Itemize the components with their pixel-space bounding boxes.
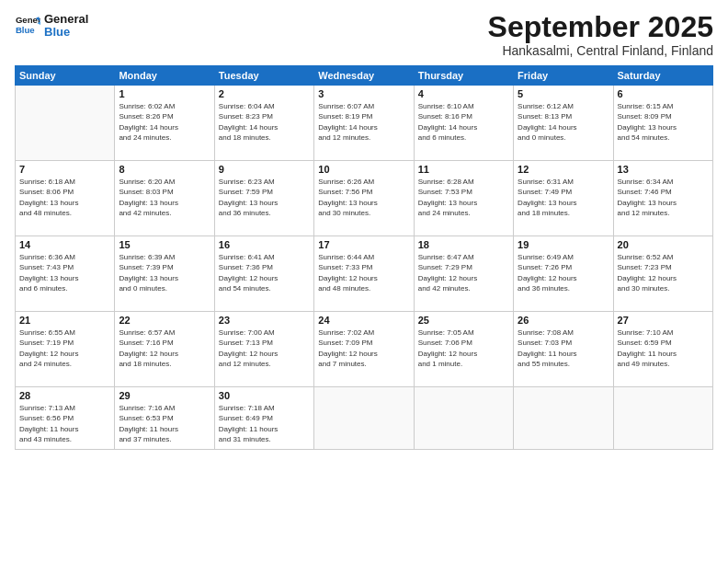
day-info: Sunrise: 6:26 AM Sunset: 7:56 PM Dayligh… (318, 177, 409, 218)
table-row: 10Sunrise: 6:26 AM Sunset: 7:56 PM Dayli… (314, 161, 414, 236)
day-info: Sunrise: 6:49 AM Sunset: 7:26 PM Dayligh… (518, 252, 609, 293)
logo-text-general: General (44, 13, 88, 26)
day-info: Sunrise: 7:13 AM Sunset: 6:56 PM Dayligh… (19, 403, 110, 444)
col-sunday: Sunday (16, 66, 115, 86)
col-friday: Friday (514, 66, 613, 86)
table-row: 24Sunrise: 7:02 AM Sunset: 7:09 PM Dayli… (314, 312, 414, 387)
day-number: 5 (518, 88, 609, 99)
day-number: 18 (418, 239, 509, 250)
day-info: Sunrise: 6:18 AM Sunset: 8:06 PM Dayligh… (19, 177, 110, 218)
day-info: Sunrise: 6:55 AM Sunset: 7:19 PM Dayligh… (19, 327, 110, 369)
table-row: 13Sunrise: 6:34 AM Sunset: 7:46 PM Dayli… (613, 161, 712, 236)
day-number: 4 (418, 88, 509, 99)
table-row: 11Sunrise: 6:28 AM Sunset: 7:53 PM Dayli… (414, 161, 513, 236)
day-number: 13 (618, 164, 709, 175)
day-number: 24 (318, 315, 409, 326)
table-row: 22Sunrise: 6:57 AM Sunset: 7:16 PM Dayli… (115, 312, 214, 387)
day-number: 10 (318, 164, 409, 175)
day-info: Sunrise: 6:47 AM Sunset: 7:29 PM Dayligh… (418, 252, 509, 293)
table-row: 8Sunrise: 6:20 AM Sunset: 8:03 PM Daylig… (115, 161, 214, 236)
table-row: 14Sunrise: 6:36 AM Sunset: 7:43 PM Dayli… (16, 236, 115, 312)
table-row: 26Sunrise: 7:08 AM Sunset: 7:03 PM Dayli… (514, 312, 613, 387)
page-header: General Blue General Blue September 2025… (15, 11, 713, 58)
day-info: Sunrise: 6:04 AM Sunset: 8:23 PM Dayligh… (219, 101, 310, 143)
table-row: 23Sunrise: 7:00 AM Sunset: 7:13 PM Dayli… (214, 312, 313, 387)
svg-text:General: General (16, 16, 40, 26)
day-number: 14 (19, 239, 110, 250)
calendar-table: Sunday Monday Tuesday Wednesday Thursday… (15, 65, 713, 450)
day-info: Sunrise: 7:10 AM Sunset: 6:59 PM Dayligh… (618, 327, 709, 369)
day-info: Sunrise: 6:10 AM Sunset: 8:16 PM Dayligh… (418, 101, 509, 143)
day-number: 8 (119, 164, 210, 175)
day-info: Sunrise: 6:20 AM Sunset: 8:03 PM Dayligh… (119, 177, 210, 218)
day-number: 25 (418, 315, 509, 326)
day-number: 9 (219, 164, 310, 175)
table-row: 29Sunrise: 7:16 AM Sunset: 6:53 PM Dayli… (115, 387, 214, 450)
day-info: Sunrise: 6:12 AM Sunset: 8:13 PM Dayligh… (518, 101, 609, 143)
logo-icon: General Blue (15, 12, 40, 38)
day-number: 16 (219, 239, 310, 250)
table-row: 2Sunrise: 6:04 AM Sunset: 8:23 PM Daylig… (214, 86, 313, 161)
day-number: 22 (119, 315, 210, 326)
col-tuesday: Tuesday (214, 66, 313, 86)
day-info: Sunrise: 6:41 AM Sunset: 7:36 PM Dayligh… (219, 252, 310, 293)
day-number: 11 (418, 164, 509, 175)
day-info: Sunrise: 6:02 AM Sunset: 8:26 PM Dayligh… (119, 101, 210, 143)
day-number: 3 (318, 88, 409, 99)
table-row: 21Sunrise: 6:55 AM Sunset: 7:19 PM Dayli… (16, 312, 115, 387)
day-number: 15 (119, 239, 210, 250)
location-subtitle: Hankasalmi, Central Finland, Finland (488, 43, 713, 58)
day-number: 12 (518, 164, 609, 175)
svg-text:Blue: Blue (16, 25, 35, 35)
table-row: 17Sunrise: 6:44 AM Sunset: 7:33 PM Dayli… (314, 236, 414, 312)
day-info: Sunrise: 7:05 AM Sunset: 7:06 PM Dayligh… (418, 327, 509, 369)
table-row: 19Sunrise: 6:49 AM Sunset: 7:26 PM Dayli… (514, 236, 613, 312)
day-info: Sunrise: 7:16 AM Sunset: 6:53 PM Dayligh… (119, 403, 210, 444)
day-number: 20 (618, 239, 709, 250)
day-info: Sunrise: 6:07 AM Sunset: 8:19 PM Dayligh… (318, 101, 409, 143)
calendar-header-row: Sunday Monday Tuesday Wednesday Thursday… (16, 66, 713, 86)
day-info: Sunrise: 6:57 AM Sunset: 7:16 PM Dayligh… (119, 327, 210, 369)
table-row: 5Sunrise: 6:12 AM Sunset: 8:13 PM Daylig… (514, 86, 613, 161)
day-info: Sunrise: 6:31 AM Sunset: 7:49 PM Dayligh… (518, 177, 609, 218)
day-info: Sunrise: 6:44 AM Sunset: 7:33 PM Dayligh… (318, 252, 409, 293)
day-number: 21 (19, 315, 110, 326)
day-info: Sunrise: 6:28 AM Sunset: 7:53 PM Dayligh… (418, 177, 509, 218)
table-row: 25Sunrise: 7:05 AM Sunset: 7:06 PM Dayli… (414, 312, 513, 387)
table-row (613, 387, 712, 450)
table-row: 30Sunrise: 7:18 AM Sunset: 6:49 PM Dayli… (214, 387, 313, 450)
day-info: Sunrise: 6:52 AM Sunset: 7:23 PM Dayligh… (618, 252, 709, 293)
table-row: 28Sunrise: 7:13 AM Sunset: 6:56 PM Dayli… (16, 387, 115, 450)
day-number: 1 (119, 88, 210, 99)
table-row: 15Sunrise: 6:39 AM Sunset: 7:39 PM Dayli… (115, 236, 214, 312)
table-row: 20Sunrise: 6:52 AM Sunset: 7:23 PM Dayli… (613, 236, 712, 312)
day-info: Sunrise: 6:34 AM Sunset: 7:46 PM Dayligh… (618, 177, 709, 218)
logo-text-blue: Blue (44, 26, 88, 39)
table-row: 12Sunrise: 6:31 AM Sunset: 7:49 PM Dayli… (514, 161, 613, 236)
day-number: 26 (518, 315, 609, 326)
day-number: 30 (219, 390, 310, 401)
table-row (16, 86, 115, 161)
table-row: 16Sunrise: 6:41 AM Sunset: 7:36 PM Dayli… (214, 236, 313, 312)
day-number: 29 (119, 390, 210, 401)
day-number: 28 (19, 390, 110, 401)
day-number: 2 (219, 88, 310, 99)
table-row: 7Sunrise: 6:18 AM Sunset: 8:06 PM Daylig… (16, 161, 115, 236)
day-number: 27 (618, 315, 709, 326)
day-info: Sunrise: 6:23 AM Sunset: 7:59 PM Dayligh… (219, 177, 310, 218)
day-number: 6 (618, 88, 709, 99)
table-row: 18Sunrise: 6:47 AM Sunset: 7:29 PM Dayli… (414, 236, 513, 312)
col-wednesday: Wednesday (314, 66, 414, 86)
day-number: 23 (219, 315, 310, 326)
table-row (314, 387, 414, 450)
table-row: 27Sunrise: 7:10 AM Sunset: 6:59 PM Dayli… (613, 312, 712, 387)
day-info: Sunrise: 6:15 AM Sunset: 8:09 PM Dayligh… (618, 101, 709, 143)
logo: General Blue General Blue (15, 11, 88, 40)
col-thursday: Thursday (414, 66, 513, 86)
table-row (414, 387, 513, 450)
day-info: Sunrise: 7:02 AM Sunset: 7:09 PM Dayligh… (318, 327, 409, 369)
table-row: 3Sunrise: 6:07 AM Sunset: 8:19 PM Daylig… (314, 86, 414, 161)
title-block: September 2025 Hankasalmi, Central Finla… (488, 11, 713, 58)
table-row: 4Sunrise: 6:10 AM Sunset: 8:16 PM Daylig… (414, 86, 513, 161)
table-row: 1Sunrise: 6:02 AM Sunset: 8:26 PM Daylig… (115, 86, 214, 161)
